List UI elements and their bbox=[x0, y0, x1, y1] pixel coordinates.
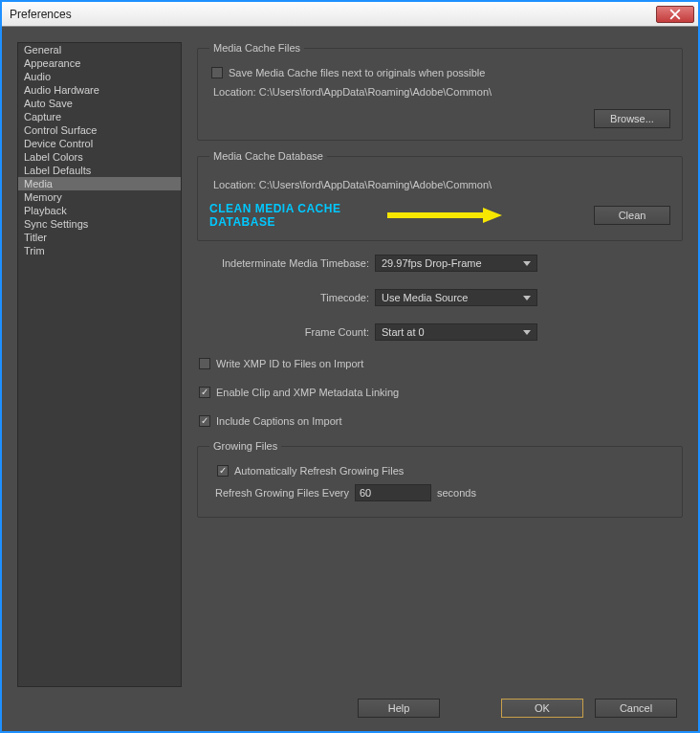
mcf-location-path: C:\Users\ford\AppData\Roaming\Adobe\Comm… bbox=[259, 86, 492, 98]
enable-clip-xmp-label: Enable Clip and XMP Metadata Linking bbox=[216, 387, 399, 398]
mcdb-clean-button[interactable]: Clean bbox=[594, 206, 670, 225]
sidebar-item-label-colors[interactable]: Label Colors bbox=[18, 150, 181, 164]
growing-files-group: Growing Files Automatically Refresh Grow… bbox=[197, 440, 683, 518]
titlebar: Preferences bbox=[2, 2, 698, 27]
ok-button[interactable]: OK bbox=[501, 699, 583, 718]
timebase-dropdown[interactable]: 29.97fps Drop-Frame bbox=[375, 255, 537, 272]
sidebar-item-capture[interactable]: Capture bbox=[18, 110, 181, 123]
sidebar-item-general[interactable]: General bbox=[18, 43, 181, 56]
growing-files-legend: Growing Files bbox=[209, 440, 281, 452]
arrow-right-icon bbox=[387, 206, 502, 225]
sidebar-item-media[interactable]: Media bbox=[18, 177, 181, 190]
save-next-to-originals-label: Save Media Cache files next to originals… bbox=[229, 67, 485, 78]
mcdb-location-path: C:\Users\ford\AppData\Roaming\Adobe\Comm… bbox=[259, 179, 492, 190]
main-area: General Appearance Audio Audio Hardware … bbox=[17, 42, 683, 687]
sidebar-item-titler[interactable]: Titler bbox=[18, 231, 181, 244]
mcdb-location-label: Location: bbox=[213, 179, 256, 190]
mcf-location-label: Location: bbox=[213, 86, 256, 98]
sidebar-item-memory[interactable]: Memory bbox=[18, 190, 181, 204]
refresh-seconds-input[interactable] bbox=[355, 484, 431, 501]
auto-refresh-growing-label: Automatically Refresh Growing Files bbox=[234, 465, 404, 477]
arrow-annotation bbox=[387, 206, 502, 225]
sidebar-item-trim[interactable]: Trim bbox=[18, 244, 181, 257]
media-cache-files-legend: Media Cache Files bbox=[209, 42, 304, 54]
sidebar-item-appearance[interactable]: Appearance bbox=[18, 56, 181, 70]
refresh-every-label-post: seconds bbox=[437, 487, 476, 499]
save-next-to-originals-checkbox[interactable] bbox=[211, 67, 223, 78]
dialog-body: General Appearance Audio Audio Hardware … bbox=[2, 27, 698, 731]
sidebar-item-playback[interactable]: Playback bbox=[18, 204, 181, 217]
enable-clip-xmp-checkbox[interactable] bbox=[199, 387, 210, 398]
write-xmp-label: Write XMP ID to Files on Import bbox=[216, 358, 363, 369]
write-xmp-checkbox[interactable] bbox=[199, 358, 210, 369]
include-captions-label: Include Captions on Import bbox=[216, 415, 341, 427]
close-button[interactable] bbox=[656, 6, 694, 23]
sidebar-item-device-control[interactable]: Device Control bbox=[18, 137, 181, 150]
cancel-button[interactable]: Cancel bbox=[595, 699, 677, 718]
content-panel: Media Cache Files Save Media Cache files… bbox=[197, 42, 683, 687]
timecode-label: Timecode: bbox=[197, 292, 369, 303]
timebase-label: Indeterminate Media Timebase: bbox=[197, 257, 369, 269]
timecode-dropdown[interactable]: Use Media Source bbox=[375, 289, 537, 306]
category-sidebar: General Appearance Audio Audio Hardware … bbox=[17, 42, 182, 687]
clean-database-callout: CLEAN MEDIA CACHE DATABASE bbox=[209, 202, 380, 229]
refresh-every-label-pre: Refresh Growing Files Every bbox=[215, 487, 349, 499]
close-icon bbox=[669, 9, 681, 20]
sidebar-item-auto-save[interactable]: Auto Save bbox=[18, 97, 181, 110]
media-cache-files-group: Media Cache Files Save Media Cache files… bbox=[197, 42, 683, 141]
include-captions-checkbox[interactable] bbox=[199, 415, 210, 427]
media-cache-database-legend: Media Cache Database bbox=[209, 150, 327, 162]
mcf-browse-button[interactable]: Browse... bbox=[594, 109, 670, 128]
auto-refresh-growing-checkbox[interactable] bbox=[217, 465, 229, 477]
sidebar-item-label-defaults[interactable]: Label Defaults bbox=[18, 164, 181, 177]
sidebar-item-audio[interactable]: Audio bbox=[18, 70, 181, 83]
framecount-label: Frame Count: bbox=[197, 326, 369, 338]
svg-marker-1 bbox=[483, 208, 502, 223]
sidebar-item-audio-hardware[interactable]: Audio Hardware bbox=[18, 83, 181, 97]
window-title: Preferences bbox=[10, 8, 656, 21]
media-cache-database-group: Media Cache Database Location: C:\Users\… bbox=[197, 150, 683, 241]
dialog-footer: Help OK Cancel bbox=[17, 687, 683, 723]
framecount-dropdown[interactable]: Start at 0 bbox=[375, 323, 537, 341]
sidebar-item-sync-settings[interactable]: Sync Settings bbox=[18, 217, 181, 231]
sidebar-item-control-surface[interactable]: Control Surface bbox=[18, 123, 181, 137]
help-button[interactable]: Help bbox=[358, 699, 440, 718]
